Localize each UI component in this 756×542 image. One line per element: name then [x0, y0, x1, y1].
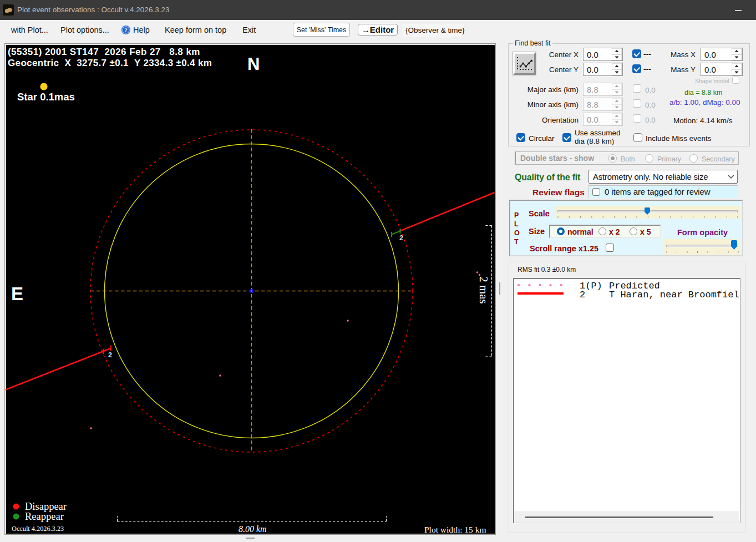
svg-text:2: 2: [580, 290, 585, 300]
svg-text:T Haran, near Broomfiel: T Haran, near Broomfiel: [609, 290, 739, 300]
svg-text:2: 2: [399, 234, 403, 242]
svg-text:N: N: [247, 54, 260, 74]
svg-text:2 mas: 2 mas: [477, 276, 490, 304]
svg-text:?: ?: [124, 27, 128, 33]
svg-text:(55351) 2001 ST147 2026 Feb 2: (55351) 2001 ST147 2026 Feb 27 8.8 km: [8, 47, 200, 57]
svg-text:Disappear: Disappear: [25, 501, 67, 512]
svg-text:2: 2: [108, 351, 112, 359]
svg-text:Plot width: 15 km: Plot width: 15 km: [424, 525, 486, 534]
svg-text:Star 0.1mas: Star 0.1mas: [17, 91, 75, 103]
svg-text:E: E: [11, 283, 23, 304]
svg-text:Geocentric X 3275.7 ±0.1 Y: Geocentric X 3275.7 ±0.1 Y 2334.3 ±0.4 k…: [8, 58, 212, 68]
svg-text:8.00 km: 8.00 km: [239, 524, 267, 534]
svg-text:Reappear: Reappear: [25, 511, 64, 522]
svg-text:Occult 4.2026.3.23: Occult 4.2026.3.23: [12, 525, 64, 533]
